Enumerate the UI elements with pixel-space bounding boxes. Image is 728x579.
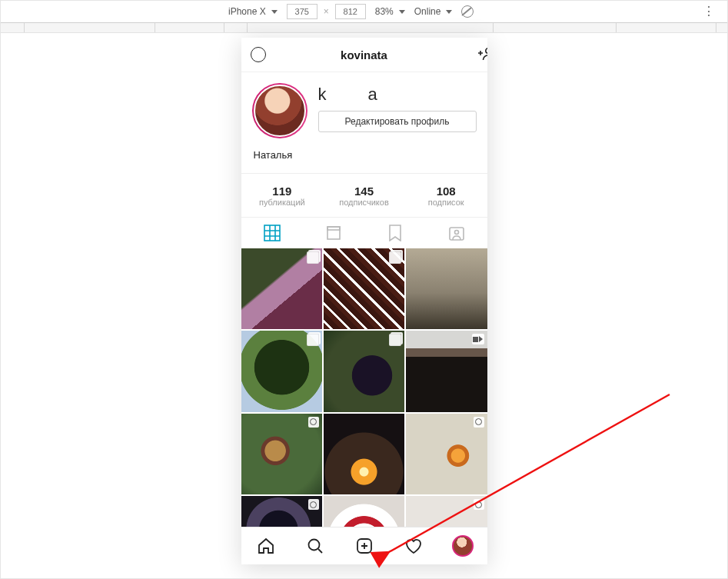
dropdown-icon	[446, 10, 452, 14]
grid-icon	[264, 225, 281, 241]
devtools-toolbar: iPhone X 375 × 812 83% Online ⋮	[1, 1, 727, 23]
post-thumbnail[interactable]	[241, 414, 322, 494]
stat-posts[interactable]: 119 публикаций	[241, 174, 324, 217]
dropdown-icon	[399, 10, 405, 14]
phone-viewport: kovinata k a Редактировать профиль	[241, 38, 487, 564]
stat-posts-count: 119	[241, 185, 324, 198]
rotate-button[interactable]	[457, 5, 478, 18]
post-thumbnail[interactable]	[324, 248, 404, 329]
svg-point-6	[308, 540, 319, 551]
post-thumbnail[interactable]	[324, 331, 404, 411]
rotate-icon	[461, 5, 474, 18]
camera-icon	[474, 499, 484, 510]
camera-icon	[474, 417, 484, 428]
stat-following-count: 108	[405, 185, 487, 198]
stat-followers-label: подписчиков	[323, 198, 405, 207]
profile-header: kovinata	[241, 38, 487, 72]
plus-square-icon	[355, 537, 374, 555]
home-icon	[257, 537, 275, 555]
header-username: kovinata	[341, 48, 387, 62]
stat-followers[interactable]: 145 подписчиков	[323, 174, 405, 217]
nav-activity[interactable]	[396, 531, 431, 561]
ruler	[1, 23, 727, 33]
avatar	[254, 85, 306, 137]
bookmark-icon	[388, 225, 402, 241]
carousel-icon	[389, 251, 401, 264]
post-thumbnail[interactable]	[406, 248, 487, 329]
zoom-label: 83%	[375, 6, 394, 17]
zoom-selector[interactable]: 83%	[371, 6, 410, 17]
display-name: Наталья	[241, 138, 487, 173]
network-label: Online	[414, 6, 441, 17]
view-tabs	[241, 218, 487, 248]
carousel-icon	[389, 334, 401, 346]
story-ring[interactable]	[252, 83, 307, 138]
avatar-icon	[452, 535, 474, 557]
tab-feed[interactable]	[303, 225, 364, 241]
viewport-height-input[interactable]: 812	[335, 4, 366, 19]
nav-home[interactable]	[248, 531, 284, 561]
viewport-width-input[interactable]: 375	[287, 4, 317, 19]
edit-profile-button[interactable]: Редактировать профиль	[318, 111, 477, 132]
dropdown-icon	[271, 10, 278, 14]
network-selector[interactable]: Online	[410, 6, 457, 17]
devtools-window: iPhone X 375 × 812 83% Online ⋮ kovinata	[0, 0, 728, 579]
tab-saved[interactable]	[364, 225, 426, 241]
heart-icon	[404, 537, 424, 555]
svg-rect-1	[264, 225, 280, 241]
camera-icon	[308, 499, 319, 510]
stage: kovinata k a Редактировать профиль	[1, 33, 727, 579]
nav-new-post[interactable]	[347, 531, 382, 561]
tab-tagged[interactable]	[426, 225, 487, 241]
nav-profile[interactable]	[445, 531, 480, 561]
gear-icon	[251, 47, 266, 62]
feed-icon	[326, 225, 341, 241]
post-thumbnail[interactable]	[406, 496, 487, 527]
carousel-icon	[307, 251, 319, 264]
camera-icon	[308, 417, 319, 428]
post-thumbnail[interactable]	[324, 414, 404, 494]
profile-info-row: k a Редактировать профиль	[241, 72, 487, 138]
bottom-nav	[241, 527, 487, 564]
tagged-icon	[448, 225, 465, 241]
posts-grid	[241, 248, 487, 527]
device-label: iPhone X	[228, 6, 266, 17]
svg-rect-2	[327, 227, 340, 239]
post-thumbnail[interactable]	[241, 248, 322, 329]
nav-search[interactable]	[298, 531, 333, 561]
stat-followers-count: 145	[323, 185, 405, 198]
svg-point-0	[485, 48, 487, 53]
svg-point-5	[454, 231, 458, 235]
video-icon	[472, 334, 484, 344]
stats-row: 119 публикаций 145 подписчиков 108 подпи…	[241, 173, 487, 218]
post-thumbnail[interactable]	[406, 331, 487, 411]
stat-following[interactable]: 108 подписок	[405, 174, 487, 217]
post-thumbnail[interactable]	[324, 496, 404, 527]
stat-posts-label: публикаций	[241, 198, 324, 207]
post-thumbnail[interactable]	[241, 496, 322, 527]
svg-rect-3	[327, 227, 340, 230]
more-options-button[interactable]: ⋮	[703, 5, 715, 18]
post-thumbnail[interactable]	[241, 331, 322, 411]
search-icon	[306, 537, 324, 555]
carousel-icon	[307, 334, 319, 346]
device-selector[interactable]: iPhone X	[224, 6, 282, 17]
post-thumbnail[interactable]	[406, 414, 487, 494]
stat-following-label: подписок	[405, 198, 487, 207]
profile-handle: k a	[318, 85, 477, 105]
times-icon: ×	[321, 6, 332, 17]
settings-button[interactable]	[251, 47, 266, 62]
tab-grid[interactable]	[241, 225, 303, 241]
